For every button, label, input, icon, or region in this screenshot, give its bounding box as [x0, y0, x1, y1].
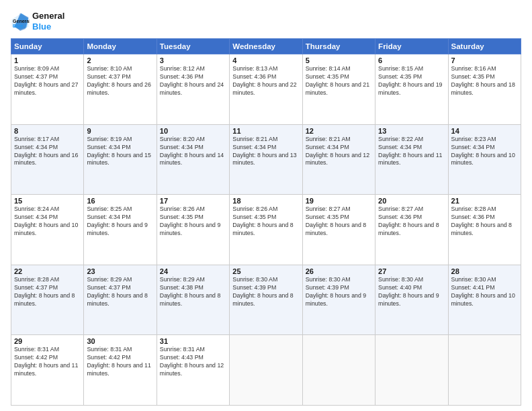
day-number: 31: [160, 337, 226, 345]
cell-content: Sunrise: 8:30 AMSunset: 4:39 PMDaylight:…: [306, 276, 372, 308]
page: General Blue General Blue SundayMondayTu…: [0, 0, 532, 411]
calendar-cell: [448, 335, 521, 406]
calendar-cell: 31Sunrise: 8:31 AMSunset: 4:43 PMDayligh…: [157, 335, 229, 406]
cell-content: Sunrise: 8:22 AMSunset: 4:34 PMDaylight:…: [378, 136, 445, 168]
day-number: 14: [451, 127, 518, 135]
day-number: 16: [87, 197, 153, 205]
calendar-cell: 11Sunrise: 8:21 AMSunset: 4:34 PMDayligh…: [230, 124, 302, 195]
col-header-sunday: Sunday: [11, 39, 84, 54]
cell-content: Sunrise: 8:10 AMSunset: 4:37 PMDaylight:…: [87, 65, 153, 97]
calendar-cell: 6Sunrise: 8:15 AMSunset: 4:35 PMDaylight…: [375, 54, 448, 125]
logo-text-blue: Blue: [32, 21, 64, 32]
cell-content: Sunrise: 8:27 AMSunset: 4:36 PMDaylight:…: [378, 205, 445, 238]
day-number: 27: [378, 267, 445, 275]
calendar-cell: 16Sunrise: 8:25 AMSunset: 4:34 PMDayligh…: [84, 195, 157, 265]
day-number: 25: [232, 267, 299, 275]
day-number: 9: [87, 127, 153, 135]
day-number: 19: [306, 197, 372, 205]
calendar-week-2: 8Sunrise: 8:17 AMSunset: 4:34 PMDaylight…: [11, 124, 521, 195]
day-number: 7: [451, 56, 518, 64]
cell-content: Sunrise: 8:29 AMSunset: 4:38 PMDaylight:…: [160, 276, 226, 308]
calendar-cell: 26Sunrise: 8:30 AMSunset: 4:39 PMDayligh…: [302, 265, 375, 335]
cell-content: Sunrise: 8:24 AMSunset: 4:34 PMDaylight:…: [14, 205, 81, 238]
calendar-cell: 7Sunrise: 8:16 AMSunset: 4:35 PMDaylight…: [448, 54, 521, 125]
cell-content: Sunrise: 8:21 AMSunset: 4:34 PMDaylight:…: [306, 136, 372, 168]
calendar-cell: 8Sunrise: 8:17 AMSunset: 4:34 PMDaylight…: [11, 124, 84, 195]
day-number: 2: [87, 56, 153, 64]
calendar-cell: 4Sunrise: 8:13 AMSunset: 4:36 PMDaylight…: [230, 54, 302, 125]
calendar-header-row: SundayMondayTuesdayWednesdayThursdayFrid…: [11, 39, 521, 54]
calendar-week-5: 29Sunrise: 8:31 AMSunset: 4:42 PMDayligh…: [11, 335, 521, 406]
calendar-cell: 10Sunrise: 8:20 AMSunset: 4:34 PMDayligh…: [157, 124, 229, 195]
col-header-friday: Friday: [375, 39, 448, 54]
calendar-cell: 9Sunrise: 8:19 AMSunset: 4:34 PMDaylight…: [84, 124, 157, 195]
day-number: 23: [87, 267, 153, 275]
day-number: 10: [160, 127, 226, 135]
day-number: 21: [451, 197, 518, 205]
cell-content: Sunrise: 8:31 AMSunset: 4:43 PMDaylight:…: [160, 346, 226, 378]
cell-content: Sunrise: 8:19 AMSunset: 4:34 PMDaylight:…: [87, 136, 153, 168]
col-header-tuesday: Tuesday: [157, 39, 229, 54]
cell-content: Sunrise: 8:23 AMSunset: 4:34 PMDaylight:…: [451, 136, 518, 168]
cell-content: Sunrise: 8:27 AMSunset: 4:35 PMDaylight:…: [306, 205, 372, 238]
cell-content: Sunrise: 8:31 AMSunset: 4:42 PMDaylight:…: [14, 346, 81, 378]
col-header-wednesday: Wednesday: [230, 39, 302, 54]
calendar-week-3: 15Sunrise: 8:24 AMSunset: 4:34 PMDayligh…: [11, 195, 521, 265]
cell-content: Sunrise: 8:12 AMSunset: 4:36 PMDaylight:…: [160, 65, 226, 97]
logo-icon: General Blue: [11, 12, 30, 31]
calendar-cell: 17Sunrise: 8:26 AMSunset: 4:35 PMDayligh…: [157, 195, 229, 265]
col-header-monday: Monday: [84, 39, 157, 54]
calendar-cell: 15Sunrise: 8:24 AMSunset: 4:34 PMDayligh…: [11, 195, 84, 265]
day-number: 20: [378, 197, 445, 205]
day-number: 3: [160, 56, 226, 64]
calendar-cell: 21Sunrise: 8:28 AMSunset: 4:36 PMDayligh…: [448, 195, 521, 265]
calendar-cell: 30Sunrise: 8:31 AMSunset: 4:42 PMDayligh…: [84, 335, 157, 406]
day-number: 6: [378, 56, 445, 64]
day-number: 4: [232, 56, 299, 64]
calendar-cell: 29Sunrise: 8:31 AMSunset: 4:42 PMDayligh…: [11, 335, 84, 406]
calendar-cell: 22Sunrise: 8:28 AMSunset: 4:37 PMDayligh…: [11, 265, 84, 335]
calendar-cell: 18Sunrise: 8:26 AMSunset: 4:35 PMDayligh…: [230, 195, 302, 265]
col-header-thursday: Thursday: [302, 39, 375, 54]
calendar-cell: 2Sunrise: 8:10 AMSunset: 4:37 PMDaylight…: [84, 54, 157, 125]
day-number: 13: [378, 127, 445, 135]
cell-content: Sunrise: 8:28 AMSunset: 4:37 PMDaylight:…: [14, 276, 81, 308]
cell-content: Sunrise: 8:09 AMSunset: 4:37 PMDaylight:…: [14, 65, 81, 97]
day-number: 30: [87, 337, 153, 345]
calendar-cell: 14Sunrise: 8:23 AMSunset: 4:34 PMDayligh…: [448, 124, 521, 195]
cell-content: Sunrise: 8:30 AMSunset: 4:41 PMDaylight:…: [451, 276, 518, 308]
day-number: 17: [160, 197, 226, 205]
cell-content: Sunrise: 8:16 AMSunset: 4:35 PMDaylight:…: [451, 65, 518, 97]
day-number: 18: [232, 197, 299, 205]
calendar-cell: 23Sunrise: 8:29 AMSunset: 4:37 PMDayligh…: [84, 265, 157, 335]
calendar-cell: 20Sunrise: 8:27 AMSunset: 4:36 PMDayligh…: [375, 195, 448, 265]
calendar-cell: 24Sunrise: 8:29 AMSunset: 4:38 PMDayligh…: [157, 265, 229, 335]
calendar-table: SundayMondayTuesdayWednesdayThursdayFrid…: [11, 38, 521, 406]
cell-content: Sunrise: 8:29 AMSunset: 4:37 PMDaylight:…: [87, 276, 153, 308]
calendar-cell: 12Sunrise: 8:21 AMSunset: 4:34 PMDayligh…: [302, 124, 375, 195]
calendar-cell: 19Sunrise: 8:27 AMSunset: 4:35 PMDayligh…: [302, 195, 375, 265]
cell-content: Sunrise: 8:31 AMSunset: 4:42 PMDaylight:…: [87, 346, 153, 378]
cell-content: Sunrise: 8:30 AMSunset: 4:40 PMDaylight:…: [378, 276, 445, 308]
calendar-cell: 5Sunrise: 8:14 AMSunset: 4:35 PMDaylight…: [302, 54, 375, 125]
cell-content: Sunrise: 8:30 AMSunset: 4:39 PMDaylight:…: [232, 276, 299, 308]
day-number: 11: [232, 127, 299, 135]
cell-content: Sunrise: 8:28 AMSunset: 4:36 PMDaylight:…: [451, 205, 518, 238]
cell-content: Sunrise: 8:15 AMSunset: 4:35 PMDaylight:…: [378, 65, 445, 97]
cell-content: Sunrise: 8:26 AMSunset: 4:35 PMDaylight:…: [232, 205, 299, 238]
calendar-week-1: 1Sunrise: 8:09 AMSunset: 4:37 PMDaylight…: [11, 54, 521, 125]
svg-text:General: General: [13, 18, 30, 23]
calendar-cell: 25Sunrise: 8:30 AMSunset: 4:39 PMDayligh…: [230, 265, 302, 335]
day-number: 5: [306, 56, 372, 64]
day-number: 26: [306, 267, 372, 275]
day-number: 28: [451, 267, 518, 275]
calendar-cell: 13Sunrise: 8:22 AMSunset: 4:34 PMDayligh…: [375, 124, 448, 195]
logo: General Blue General Blue: [11, 11, 64, 32]
calendar-cell: 3Sunrise: 8:12 AMSunset: 4:36 PMDaylight…: [157, 54, 229, 125]
day-number: 12: [306, 127, 372, 135]
day-number: 24: [160, 267, 226, 275]
calendar-cell: 1Sunrise: 8:09 AMSunset: 4:37 PMDaylight…: [11, 54, 84, 125]
day-number: 8: [14, 127, 81, 135]
cell-content: Sunrise: 8:14 AMSunset: 4:35 PMDaylight:…: [306, 65, 372, 97]
day-number: 29: [14, 337, 81, 345]
